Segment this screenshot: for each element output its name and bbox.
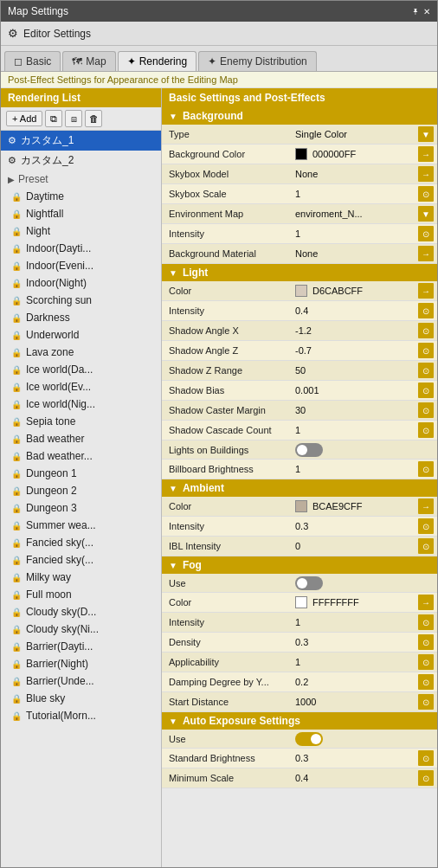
list-item-lava-zone[interactable]: 🔒 Lava zone — [1, 344, 161, 361]
prop-value-skybox-model: None → — [292, 164, 437, 183]
intensity-spinner[interactable]: ⊙ — [418, 226, 434, 241]
light-intensity-spinner[interactable]: ⊙ — [418, 303, 434, 318]
ae-use-toggle[interactable] — [295, 732, 323, 746]
list-item-summer-weather[interactable]: 🔒 Summer wea... — [1, 517, 161, 534]
shadow-cascade-count-spinner[interactable]: ⊙ — [418, 422, 434, 438]
prop-label-fog-color: Color — [162, 595, 292, 610]
list-item-dungeon3[interactable]: 🔒 Dungeon 3 — [1, 499, 161, 517]
editor-settings-label[interactable]: Editor Settings — [23, 28, 91, 40]
list-item-fancied-sky2[interactable]: 🔒 Fancied sky(... — [1, 551, 161, 569]
paste-button[interactable]: ⧇ — [65, 110, 82, 127]
list-item-cloudy-sky-night[interactable]: 🔒 Cloudy sky(Ni... — [1, 620, 161, 638]
prop-row-fog-damping: Damping Degree by Y... 0.2 ⊙ — [162, 672, 437, 692]
list-item-nightfall[interactable]: 🔒 Nightfall — [1, 205, 161, 222]
lock-icon: 🔒 — [11, 538, 22, 548]
pin-button[interactable]: 🖈 — [411, 7, 420, 16]
fog-section: ▼ Fog Use Color FFFFFFFF — [162, 556, 437, 712]
list-item-indoor-night[interactable]: 🔒 Indoor(Night) — [1, 274, 161, 292]
light-color-btn[interactable]: → — [418, 283, 434, 299]
list-item-barrier-daytime[interactable]: 🔒 Barrier(Dayti... — [1, 638, 161, 655]
fog-applicability-spinner[interactable]: ⊙ — [418, 654, 434, 670]
list-item-sepia-tone[interactable]: 🔒 Sepia tone — [1, 413, 161, 430]
prop-row-minimum-scale: Minimum Scale 0.4 ⊙ — [162, 768, 437, 788]
shadow-z-range-spinner[interactable]: ⊙ — [418, 363, 434, 378]
close-button[interactable]: ✕ — [423, 7, 430, 16]
fog-use-toggle[interactable] — [295, 576, 323, 590]
skybox-scale-spinner[interactable]: ⊙ — [418, 186, 434, 202]
list-item-blue-sky[interactable]: 🔒 Blue sky — [1, 690, 161, 707]
delete-button[interactable]: 🗑 — [85, 110, 102, 127]
list-item-underworld[interactable]: 🔒 Underworld — [1, 326, 161, 344]
bg-material-btn[interactable]: → — [418, 246, 434, 261]
add-button[interactable]: + Add — [6, 111, 42, 126]
list-item-indoor-evening[interactable]: 🔒 Indoor(Eveni... — [1, 257, 161, 274]
list-item-dungeon1[interactable]: 🔒 Dungeon 1 — [1, 465, 161, 482]
shadow-angle-x-spinner[interactable]: ⊙ — [418, 323, 434, 338]
lock-icon: 🔒 — [11, 556, 22, 565]
prop-row-skybox-model: Skybox Model None → — [162, 164, 437, 184]
list-item-fancied-sky1[interactable]: 🔒 Fancied sky(... — [1, 534, 161, 551]
list-item-dungeon2[interactable]: 🔒 Dungeon 2 — [1, 482, 161, 499]
bg-color-swatch — [295, 148, 307, 160]
minimum-scale-spinner[interactable]: ⊙ — [418, 770, 434, 786]
prop-value-fog-color: FFFFFFFF → — [292, 593, 437, 612]
prop-value-fog-start-distance: 1000 ⊙ — [292, 692, 437, 711]
enemy-icon: ✦ — [208, 55, 216, 68]
lights-on-buildings-toggle[interactable] — [295, 443, 323, 457]
fog-density-spinner[interactable]: ⊙ — [418, 634, 434, 650]
list-item-scorching-sun[interactable]: 🔒 Scorching sun — [1, 292, 161, 309]
list-item-barrier-night[interactable]: 🔒 Barrier(Night) — [1, 655, 161, 672]
list-item-full-moon[interactable]: 🔒 Full moon — [1, 586, 161, 603]
type-dropdown-btn[interactable]: ▼ — [418, 126, 434, 142]
prop-value-ibl-intensity: 0 ⊙ — [292, 537, 437, 556]
bg-color-arrow-btn[interactable]: → — [418, 146, 434, 162]
prop-value-fog-applicability: 1 ⊙ — [292, 653, 437, 672]
shadow-angle-z-spinner[interactable]: ⊙ — [418, 343, 434, 358]
rendering-list-header: Rendering List — [1, 88, 161, 107]
shadow-caster-margin-spinner[interactable]: ⊙ — [418, 402, 434, 418]
list-item-cloudy-sky-day[interactable]: 🔒 Cloudy sky(D... — [1, 603, 161, 620]
prop-label-lights-on-buildings: Lights on Buildings — [162, 442, 292, 458]
billboard-brightness-spinner[interactable]: ⊙ — [418, 461, 434, 477]
list-item-indoor-daytime[interactable]: 🔒 Indoor(Dayti... — [1, 240, 161, 257]
fog-intensity-spinner[interactable]: ⊙ — [418, 614, 434, 630]
ambient-section-title: ▼ Ambient — [162, 479, 437, 497]
prop-row-ambient-intensity: Intensity 0.3 ⊙ — [162, 517, 437, 537]
fog-start-distance-spinner[interactable]: ⊙ — [418, 694, 434, 710]
list-item-ice-world-ev[interactable]: 🔒 Ice world(Ev... — [1, 378, 161, 395]
ambient-color-btn[interactable]: → — [418, 498, 434, 514]
fog-color-btn[interactable]: → — [418, 595, 434, 610]
list-item-bad-weather2[interactable]: 🔒 Bad weather... — [1, 447, 161, 465]
list-item-ice-world-day[interactable]: 🔒 Ice world(Da... — [1, 361, 161, 378]
list-item-custom1[interactable]: ⚙ カスタム_1 — [1, 131, 161, 151]
env-map-btn[interactable]: ▼ — [418, 206, 434, 222]
list-item-barrier-under[interactable]: 🔒 Barrier(Unde... — [1, 672, 161, 690]
lock-icon: 🔒 — [11, 244, 22, 254]
skybox-model-btn[interactable]: → — [418, 166, 434, 182]
tab-rendering[interactable]: ✦ Rendering — [118, 51, 196, 71]
subtitle-bar: Post-Effect Settings for Appearance of t… — [1, 72, 437, 88]
prop-label-fog-start-distance: Start Distance — [162, 694, 292, 710]
ibl-intensity-spinner[interactable]: ⊙ — [418, 538, 434, 554]
list-item-ice-world-night[interactable]: 🔒 Ice world(Nig... — [1, 395, 161, 413]
prop-value-minimum-scale: 0.4 ⊙ — [292, 768, 437, 788]
list-item-darkness[interactable]: 🔒 Darkness — [1, 309, 161, 326]
copy-button[interactable]: ⧉ — [45, 110, 62, 127]
list-item-tutorial-morning[interactable]: 🔒 Tutorial(Morn... — [1, 707, 161, 724]
list-item-night[interactable]: 🔒 Night — [1, 222, 161, 240]
list-item-milky-way[interactable]: 🔒 Milky way — [1, 569, 161, 586]
list-item-bad-weather[interactable]: 🔒 Bad weather — [1, 430, 161, 447]
shadow-bias-spinner[interactable]: ⊙ — [418, 383, 434, 398]
ambient-intensity-spinner[interactable]: ⊙ — [418, 518, 434, 534]
fog-damping-spinner[interactable]: ⊙ — [418, 674, 434, 690]
standard-brightness-spinner[interactable]: ⊙ — [418, 750, 434, 766]
prop-row-shadow-z-range: Shadow Z Range 50 ⊙ — [162, 361, 437, 381]
list-item-daytime[interactable]: 🔒 Daytime — [1, 188, 161, 205]
prop-value-standard-brightness: 0.3 ⊙ — [292, 749, 437, 768]
map-icon: 🗺 — [72, 55, 82, 68]
tab-map[interactable]: 🗺 Map — [62, 51, 115, 71]
prop-label-skybox-scale: Skybox Scale — [162, 186, 292, 202]
list-item-custom2[interactable]: ⚙ カスタム_2 — [1, 151, 161, 170]
tab-basic[interactable]: ◻ Basic — [4, 51, 61, 71]
tab-enemy-distribution[interactable]: ✦ Enemy Distribution — [198, 51, 317, 71]
